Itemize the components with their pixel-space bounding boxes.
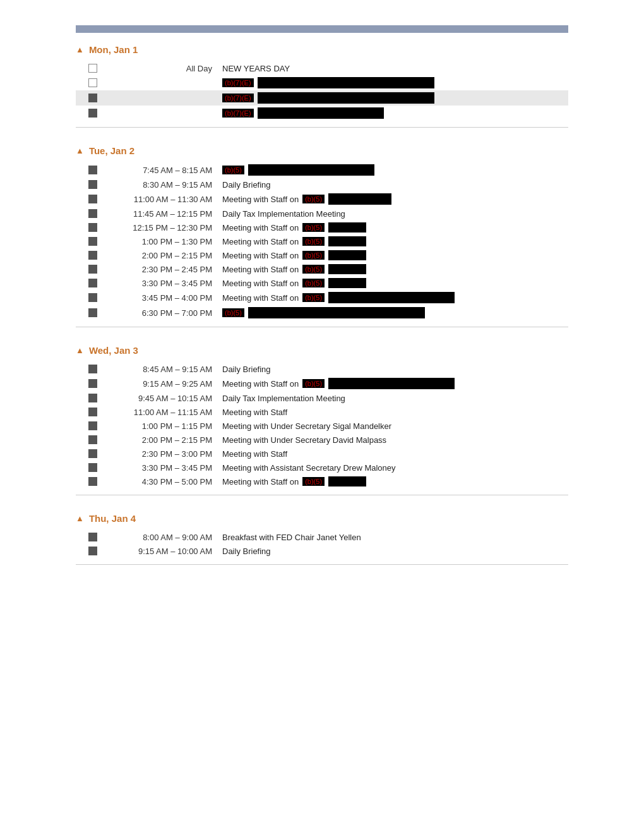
event-indicator-filled	[88, 421, 97, 430]
event-indicator-filled	[88, 547, 97, 555]
day-title-thu-jan-4: Thu, Jan 4	[89, 513, 136, 524]
event-title-text: Daily Briefing	[222, 365, 271, 374]
event-time: 1:00 PM – 1:30 PM	[105, 237, 212, 246]
event-indicator-filled	[88, 180, 97, 189]
event-row: 1:00 PM – 1:15 PMMeeting with Under Secr…	[76, 419, 568, 433]
event-indicator-filled	[88, 365, 97, 373]
event-title: Meeting with Staff on (b)(5)	[222, 222, 366, 233]
event-row: 8:00 AM – 9:00 AMBreakfast with FED Chai…	[76, 530, 568, 544]
event-indicator-filled	[88, 463, 97, 472]
redacted-bar	[328, 236, 366, 246]
event-title: Meeting with Staff on (b)(5)	[222, 378, 455, 389]
event-time: 9:15 AM – 9:25 AM	[105, 379, 212, 389]
event-time: 2:30 PM – 3:00 PM	[105, 449, 212, 459]
event-row: 3:30 PM – 3:45 PMMeeting with Staff on (…	[76, 276, 568, 290]
day-header-wed-jan-3: ▲Wed, Jan 3	[76, 345, 568, 356]
event-row: 9:45 AM – 10:15 AMDaily Tax Implementati…	[76, 391, 568, 405]
event-row: 1:00 PM – 1:30 PMMeeting with Staff on (…	[76, 234, 568, 248]
event-indicator-filled	[88, 209, 97, 218]
day-title-mon-jan-1: Mon, Jan 1	[89, 44, 138, 55]
event-title-text: NEW YEARS DAY	[222, 64, 290, 73]
redacted-badge: (b)(5)	[302, 251, 325, 260]
event-row: 11:00 AM – 11:30 AMMeeting with Staff on…	[76, 191, 568, 207]
event-title: Daily Tax Implementation Meeting	[222, 209, 345, 219]
event-title-text: Daily Briefing	[222, 547, 271, 556]
event-title-text: Meeting with Staff on	[222, 477, 299, 486]
event-checkbox[interactable]	[88, 78, 97, 87]
event-indicator-filled	[88, 408, 97, 416]
event-title: Meeting with Staff on (b)(5)	[222, 278, 366, 288]
event-title-text: Daily Briefing	[222, 180, 271, 190]
event-title: Meeting with Staff on (b)(5)	[222, 193, 391, 205]
event-time: 9:15 AM – 10:00 AM	[105, 547, 212, 556]
event-title: Meeting with Staff on (b)(5)	[222, 250, 366, 260]
day-section-tue-jan-2: ▲Tue, Jan 27:45 AM – 8:15 AM(b)(5)8:30 A…	[76, 145, 568, 327]
event-title-text: Meeting with Staff on	[222, 293, 299, 303]
event-row: 7:45 AM – 8:15 AM(b)(5)	[76, 162, 568, 178]
event-indicator-filled	[88, 109, 97, 118]
event-row: 6:30 PM – 7:00 PM(b)(5)	[76, 305, 568, 320]
day-section-thu-jan-4: ▲Thu, Jan 48:00 AM – 9:00 AMBreakfast wi…	[76, 513, 568, 565]
event-indicator-filled	[88, 265, 97, 274]
redacted-badge: (b)(5)	[302, 195, 325, 203]
event-time: 12:15 PM – 12:30 PM	[105, 223, 212, 233]
event-title: (b)(5)	[222, 307, 425, 318]
month-header	[76, 25, 568, 33]
event-title: Daily Briefing	[222, 547, 271, 556]
event-title-text: Meeting with Staff	[222, 408, 287, 417]
redacted-bar	[258, 107, 384, 119]
event-row: 8:30 AM – 9:15 AMDaily Briefing	[76, 178, 568, 191]
day-title-tue-jan-2: Tue, Jan 2	[89, 145, 134, 156]
event-indicator-filled	[88, 308, 97, 317]
event-row: 2:00 PM – 2:15 PMMeeting with Staff on (…	[76, 248, 568, 262]
event-indicator-filled	[88, 293, 97, 302]
event-title-text: Meeting with Under Secretary Sigal Mande…	[222, 421, 391, 431]
day-header-mon-jan-1: ▲Mon, Jan 1	[76, 44, 568, 55]
event-time: 2:00 PM – 2:15 PM	[105, 435, 212, 445]
event-row: (b)(7)(E)	[76, 106, 568, 121]
event-title: Meeting with Staff on (b)(5)	[222, 264, 366, 274]
redacted-bar	[258, 92, 434, 104]
day-collapse-arrow[interactable]: ▲	[76, 514, 84, 523]
day-divider	[76, 327, 568, 327]
redacted-bar	[328, 476, 366, 486]
event-indicator-filled	[88, 237, 97, 246]
event-indicator-filled	[88, 223, 97, 232]
event-title-text: Meeting with Staff on	[222, 279, 299, 288]
event-title-text: Meeting with Staff on	[222, 195, 299, 204]
event-time: 3:30 PM – 3:45 PM	[105, 463, 212, 473]
redacted-badge: (b)(5)	[302, 379, 325, 388]
redacted-bar	[328, 250, 366, 260]
event-time: 9:45 AM – 10:15 AM	[105, 394, 212, 403]
redacted-bar	[328, 378, 455, 389]
event-time: 3:30 PM – 3:45 PM	[105, 279, 212, 288]
event-row: 3:30 PM – 3:45 PMMeeting with Assistant …	[76, 461, 568, 474]
event-title: Daily Briefing	[222, 180, 271, 190]
event-allday-label: All Day	[105, 64, 212, 73]
event-title: Daily Tax Implementation Meeting	[222, 394, 345, 403]
event-time: 6:30 PM – 7:00 PM	[105, 308, 212, 318]
event-indicator-filled	[88, 279, 97, 287]
redacted-bar	[328, 292, 455, 303]
redacted-bar	[258, 77, 434, 88]
event-row: (b)(7)(E)	[76, 90, 568, 106]
event-time: 11:00 AM – 11:30 AM	[105, 195, 212, 204]
day-collapse-arrow[interactable]: ▲	[76, 45, 84, 54]
event-title-text: Meeting with Staff on	[222, 237, 299, 246]
event-title-text: Breakfast with FED Chair Janet Yellen	[222, 533, 361, 542]
event-checkbox[interactable]	[88, 64, 97, 73]
event-indicator-filled	[88, 94, 97, 102]
event-title: Meeting with Under Secretary Sigal Mande…	[222, 421, 391, 431]
day-collapse-arrow[interactable]: ▲	[76, 146, 84, 155]
event-title-text: Meeting with Staff	[222, 449, 287, 459]
event-time: 8:00 AM – 9:00 AM	[105, 533, 212, 542]
redacted-badge: (b)(5)	[302, 265, 325, 274]
redacted-badge: (b)(5)	[222, 166, 244, 174]
day-header-thu-jan-4: ▲Thu, Jan 4	[76, 513, 568, 524]
redacted-bar	[328, 222, 366, 233]
redacted-badge: (b)(7)(E)	[222, 94, 254, 102]
redacted-badge: (b)(5)	[302, 293, 325, 302]
day-collapse-arrow[interactable]: ▲	[76, 346, 84, 355]
redacted-bar	[248, 164, 374, 176]
event-title-text: Meeting with Staff on	[222, 265, 299, 274]
